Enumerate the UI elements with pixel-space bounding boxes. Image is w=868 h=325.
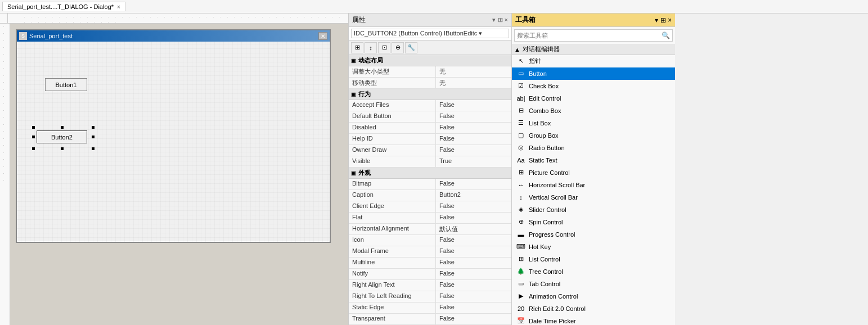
pointer-icon: ↖ [516,57,525,66]
toolbox-item-picture-control[interactable]: ⊞ Picture Control [512,166,675,179]
props-value: True [436,156,511,167]
toolbox-item-static-text[interactable]: Aa Static Text [512,154,675,166]
props-value: False [436,145,511,156]
props-row[interactable]: Modal Frame False [349,246,511,258]
props-value: 无 [436,66,511,77]
props-row[interactable]: Visible True [349,156,511,168]
props-key: Disabled [349,123,436,133]
toolbox-item-horizontal-scroll[interactable]: ↔ Horizontal Scroll Bar [512,179,675,191]
handle-mr[interactable] [92,136,95,138]
props-tool-btn-2[interactable]: ↕ [365,42,377,53]
toolbox-item-list-control[interactable]: ⊞ List Control [512,253,675,265]
toolbox-chevron-icon: ▲ [514,46,520,53]
props-key: Transparent [349,314,436,324]
title-tab-close-icon[interactable]: × [117,4,120,10]
toolbox-item-tree-control[interactable]: 🌲 Tree Control [512,265,675,278]
props-section-动态布局[interactable]: ▣动态布局 [349,55,511,66]
props-tool-btn-5[interactable]: 🔧 [405,42,417,53]
toolbox-section-header[interactable]: ▲ 对话框编辑器 [512,44,675,55]
dialog-window[interactable]: S Serial_port_test ✕ Button1 [16,29,331,243]
tab-control-icon: ▭ [516,279,525,288]
props-row[interactable]: Help ID False [349,134,511,145]
rich-edit-icon: 20 [516,304,525,313]
props-row[interactable]: Multiline False [349,258,511,269]
props-row[interactable]: Horizontal Alignment 默认值 [349,224,511,235]
toolbox-item-combo-box[interactable]: ⊟ Combo Box [512,105,675,117]
props-section-行为[interactable]: ▣行为 [349,89,511,100]
props-row[interactable]: Flat False [349,213,511,224]
props-tool-btn-4[interactable]: ⊕ [392,42,404,53]
toolbox-item-animation-control[interactable]: ▶ Animation Control [512,290,675,303]
toolbox-item-label: Horizontal Scroll Bar [529,182,585,188]
props-value: False [436,291,511,302]
props-value: False [436,111,511,122]
props-tool-btn-1[interactable]: ⊞ [351,42,363,53]
props-row[interactable]: Transparent False [349,314,511,325]
handle-tl[interactable] [32,126,35,129]
toolbox-item-checkbox[interactable]: ☑ Check Box [512,80,675,92]
toolbox-search-icon: 🔍 [662,31,670,39]
toolbox-item-button[interactable]: ▭ Button [512,67,675,80]
props-row[interactable]: Static Edge False [349,303,511,314]
toolbox-search-bar[interactable]: 🔍 [514,29,673,42]
props-pin-icon[interactable]: ▾ ⊞ × [492,16,508,24]
toolbox-item-progress-control[interactable]: ▬ Progress Control [512,228,675,241]
toolbox-item-slider-control[interactable]: ◈ Slider Control [512,204,675,216]
props-row[interactable]: Caption Button2 [349,190,511,201]
toolbox-item-pointer[interactable]: ↖ 指针 [512,55,675,67]
toolbox-item-radio-button[interactable]: ◎ Radio Button [512,142,675,154]
button2-selection[interactable]: Button2 [34,128,93,148]
props-tool-btn-3[interactable]: ⊡ [378,42,390,53]
list-box-icon: ☰ [516,119,525,128]
props-value: False [436,179,511,189]
props-row[interactable]: 移动类型 无 [349,78,511,89]
toolbox-item-edit-control[interactable]: ab| Edit Control [512,92,675,105]
props-row[interactable]: Acccept Files False [349,100,511,111]
toolbox-item-rich-edit[interactable]: 20 Rich Edit 2.0 Control [512,303,675,315]
handle-tr[interactable] [92,126,95,129]
toolbox-item-group-box[interactable]: ▢ Group Box [512,129,675,142]
toolbox-search-input[interactable] [517,32,662,39]
props-row[interactable]: Right To Left Reading False [349,291,511,303]
handle-br[interactable] [92,147,95,150]
props-row[interactable]: Bitmap False [349,179,511,190]
props-selector[interactable]: IDC_BUTTON2 (Button Control) IButtonEdit… [351,29,509,38]
toolbox-item-list-box[interactable]: ☰ List Box [512,117,675,129]
canvas-area[interactable]: S Serial_port_test ✕ Button1 [10,24,348,325]
props-row[interactable]: Default Button False [349,111,511,123]
button2[interactable]: Button2 [37,130,87,143]
toolbox-pin-btn[interactable]: ▾ ⊞ × [655,16,672,24]
props-key: Flat [349,213,436,223]
props-section-label: 动态布局 [358,56,383,65]
list-control-icon: ⊞ [516,255,525,264]
props-row[interactable]: Disabled False [349,123,511,134]
toolbox-item-vertical-scroll[interactable]: ↕ Vertical Scroll Bar [512,191,675,204]
toolbox-item-tab-control[interactable]: ▭ Tab Control [512,278,675,290]
toolbox-item-spin-control[interactable]: ⊕ Spin Control [512,216,675,228]
props-row[interactable]: Owner Draw False [349,145,511,156]
handle-bm[interactable] [61,147,64,150]
props-row[interactable]: Client Edge False [349,201,511,213]
picture-control-icon: ⊞ [516,168,525,177]
handle-tm[interactable] [61,126,64,129]
props-row[interactable]: 调整大小类型 无 [349,66,511,78]
dialog-content[interactable]: Button1 [17,42,330,242]
handle-ml[interactable] [32,136,35,138]
toolbox-item-label: Static Text [529,157,557,164]
props-value: 无 [436,78,511,88]
dialog-close-button[interactable]: ✕ [318,32,327,40]
props-section-外观[interactable]: ▣外观 [349,168,511,179]
props-value: False [436,235,511,246]
handle-bl[interactable] [32,147,35,150]
props-row[interactable]: Icon False [349,235,511,246]
props-row[interactable]: Right Align Text False [349,280,511,291]
toolbox-header-controls: ▾ ⊞ × [655,16,672,24]
toolbox-item-hot-key[interactable]: ⌨ Hot Key [512,241,675,253]
props-key: Bitmap [349,179,436,189]
props-toolbar: ⊞ ↕ ⊡ ⊕ 🔧 [349,40,511,55]
editor-body: . . . . . . . . . . . . . . . . . . . . … [0,24,348,325]
props-row[interactable]: Notify False [349,269,511,280]
button1[interactable]: Button1 [45,78,87,91]
title-tab[interactable]: Serial_port_test....T_DIALOG - Dialog* × [2,2,125,11]
toolbox-item-date-time[interactable]: 📅 Date Time Picker [512,315,675,325]
